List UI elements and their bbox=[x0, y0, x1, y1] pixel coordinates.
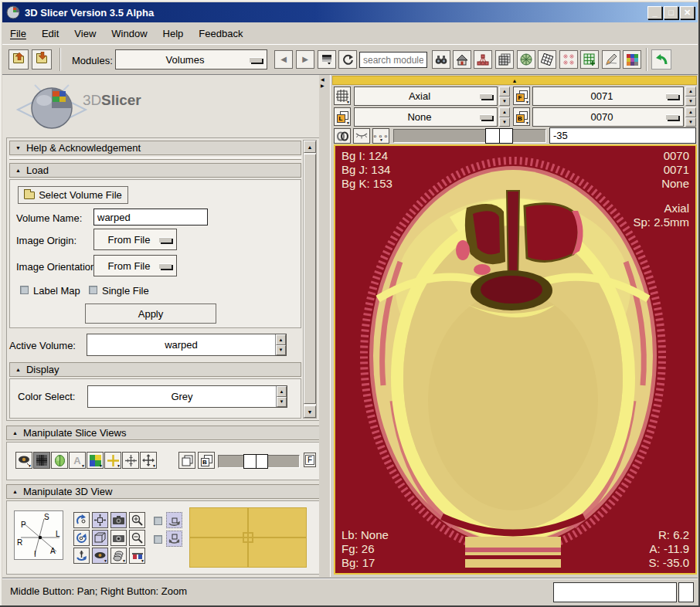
sash-right-icon[interactable]: ▶ bbox=[321, 83, 325, 88]
help-section-header[interactable]: ▼ Help & Acknowledgement bbox=[9, 141, 301, 155]
orientation-compass[interactable]: P S L R I A bbox=[14, 510, 63, 560]
grid-button[interactable] bbox=[122, 452, 139, 469]
zoom-out-button[interactable] bbox=[129, 530, 145, 546]
error-log-button[interactable] bbox=[678, 582, 694, 602]
center-view-button[interactable] bbox=[92, 512, 108, 528]
module-panel-scrollbar[interactable]: ▲ ▼ bbox=[303, 140, 317, 419]
slice-link-mode-button[interactable]: ▼ bbox=[334, 86, 351, 105]
annotation-button[interactable]: A ▼ bbox=[69, 452, 86, 469]
module-refresh-button[interactable] bbox=[338, 50, 357, 69]
sash-left-icon[interactable]: ◀ bbox=[321, 76, 325, 82]
active-volume-combo[interactable]: warped ▲ ▼ bbox=[87, 334, 287, 356]
foreground-layer-button[interactable] bbox=[178, 452, 195, 469]
viewer-collapse-bar[interactable]: ▲ bbox=[332, 76, 697, 85]
search-modules-input[interactable] bbox=[359, 52, 427, 68]
spin-up-button[interactable]: ▲ bbox=[685, 107, 696, 117]
label-select-button[interactable]: L ▼ bbox=[334, 107, 351, 126]
slice-model-visibility-button[interactable] bbox=[51, 452, 68, 469]
models-module-button[interactable] bbox=[517, 50, 535, 69]
label-map-checkbox[interactable] bbox=[20, 286, 29, 294]
measurements-module-button[interactable] bbox=[602, 50, 620, 69]
slice-offset-slider-track[interactable] bbox=[393, 129, 546, 143]
menu-help[interactable]: Help bbox=[155, 25, 192, 42]
module-history-button[interactable] bbox=[318, 50, 336, 69]
minimize-button[interactable]: _ bbox=[647, 6, 662, 19]
flip-view-button[interactable]: F bbox=[304, 453, 316, 467]
link-slices-button[interactable] bbox=[334, 128, 351, 144]
volume-name-input[interactable] bbox=[93, 209, 208, 226]
home-module-button[interactable] bbox=[453, 50, 471, 69]
spin-down-button[interactable]: ▼ bbox=[499, 117, 510, 127]
spin-down-button[interactable]: ▼ bbox=[499, 97, 510, 107]
load-section-header[interactable]: ▲ Load bbox=[9, 163, 301, 178]
pane-sash[interactable]: ◀ ▶ bbox=[319, 75, 330, 577]
slice-offset-slider-handle[interactable] bbox=[485, 128, 513, 144]
spin-view-button[interactable] bbox=[73, 548, 90, 564]
spin-up-button[interactable]: ▲ bbox=[499, 86, 510, 97]
image-origin-dropdown[interactable]: From File bbox=[93, 229, 177, 250]
editor-module-button[interactable] bbox=[580, 50, 599, 69]
slice-views-section-header[interactable]: ▲ Manipulate Slice Views bbox=[6, 426, 320, 440]
spin-down-button[interactable]: ▼ bbox=[685, 97, 696, 107]
menu-edit[interactable]: Edit bbox=[34, 25, 66, 42]
rotate-view-button[interactable] bbox=[73, 512, 90, 528]
apply-button[interactable]: Apply bbox=[85, 304, 216, 324]
menu-feedback[interactable]: Feedback bbox=[191, 25, 250, 42]
zoom-in-button[interactable] bbox=[129, 512, 145, 528]
slice-options-button[interactable]: o o o ▼ bbox=[372, 128, 389, 144]
module-search-button[interactable] bbox=[432, 50, 450, 69]
data-module-button[interactable] bbox=[474, 50, 492, 69]
title-bar[interactable]: 3D Slicer Version 3.5 Alpha _ □ ✕ bbox=[2, 2, 698, 22]
fit-to-window-button[interactable]: ▼ bbox=[140, 452, 157, 469]
camera-select-button[interactable] bbox=[110, 530, 127, 546]
single-file-checkbox[interactable] bbox=[89, 286, 97, 294]
label-volume-dropdown[interactable]: None bbox=[354, 107, 498, 127]
maximize-button[interactable]: □ bbox=[664, 6, 678, 19]
background-volume-dropdown[interactable]: 0070 bbox=[532, 107, 684, 127]
load-scene-button[interactable] bbox=[8, 49, 29, 70]
scroll-down-button[interactable]: ▼ bbox=[304, 405, 316, 418]
stereo-button[interactable]: ▼ bbox=[129, 548, 145, 564]
save-scene-button[interactable] bbox=[32, 49, 52, 70]
crosshair-button[interactable]: ▼ bbox=[104, 452, 121, 469]
spin-down-button[interactable]: ▼ bbox=[277, 397, 287, 408]
orientation-dropdown[interactable]: Axial bbox=[354, 86, 498, 106]
color-select-combo[interactable]: Grey ▲ ▼ bbox=[87, 385, 287, 408]
colors-module-button[interactable] bbox=[623, 50, 641, 69]
view3d-section-header[interactable]: ▲ Manipulate 3D View bbox=[6, 484, 320, 499]
menu-file[interactable]: File bbox=[2, 25, 34, 42]
menu-view[interactable]: View bbox=[66, 25, 104, 42]
slice-visibility-toggle-button[interactable] bbox=[353, 128, 370, 144]
undo-button[interactable] bbox=[651, 49, 671, 70]
spin-up-button[interactable]: ▲ bbox=[276, 334, 286, 345]
roll-view-button[interactable] bbox=[73, 530, 90, 546]
image-orientation-dropdown[interactable]: From File bbox=[93, 255, 177, 276]
rock-option-button[interactable] bbox=[166, 531, 182, 547]
label-outline-button[interactable]: ▼ bbox=[87, 452, 104, 469]
spin-option-button[interactable] bbox=[166, 512, 182, 528]
rock-checkbox[interactable] bbox=[154, 535, 162, 544]
background-layer-button[interactable]: B bbox=[198, 452, 215, 469]
label-opacity-button[interactable] bbox=[33, 452, 50, 469]
spin-down-button[interactable]: ▼ bbox=[276, 345, 286, 356]
spin-checkbox[interactable] bbox=[154, 517, 162, 525]
spin-up-button[interactable]: ▲ bbox=[499, 107, 510, 117]
volumes-module-button[interactable] bbox=[495, 50, 514, 69]
menu-window[interactable]: Window bbox=[104, 25, 155, 42]
background-select-button[interactable]: B ▼ bbox=[513, 107, 530, 126]
transforms-module-button[interactable] bbox=[538, 50, 556, 69]
select-volume-file-button[interactable]: Select Volume File bbox=[18, 186, 128, 204]
fiducials-module-button[interactable] bbox=[559, 50, 578, 69]
screenshot-button[interactable] bbox=[110, 512, 127, 528]
modules-dropdown[interactable]: Volumes bbox=[115, 49, 267, 70]
view3d-nav-preview[interactable] bbox=[189, 507, 307, 568]
fade-slider-handle[interactable] bbox=[243, 454, 268, 469]
slice-viewer[interactable]: Bg I: 124Bg J: 134Bg K: 153 00700071None… bbox=[334, 144, 697, 575]
foreground-select-button[interactable]: F ▼ bbox=[513, 86, 530, 105]
spin-up-button[interactable]: ▲ bbox=[277, 386, 287, 397]
stack-button[interactable]: ▼ bbox=[110, 548, 127, 564]
close-button[interactable]: ✕ bbox=[680, 6, 695, 19]
orthographic-button[interactable] bbox=[92, 530, 108, 546]
display-section-header[interactable]: ▲ Display bbox=[9, 362, 301, 377]
spin-down-button[interactable]: ▼ bbox=[685, 117, 696, 127]
